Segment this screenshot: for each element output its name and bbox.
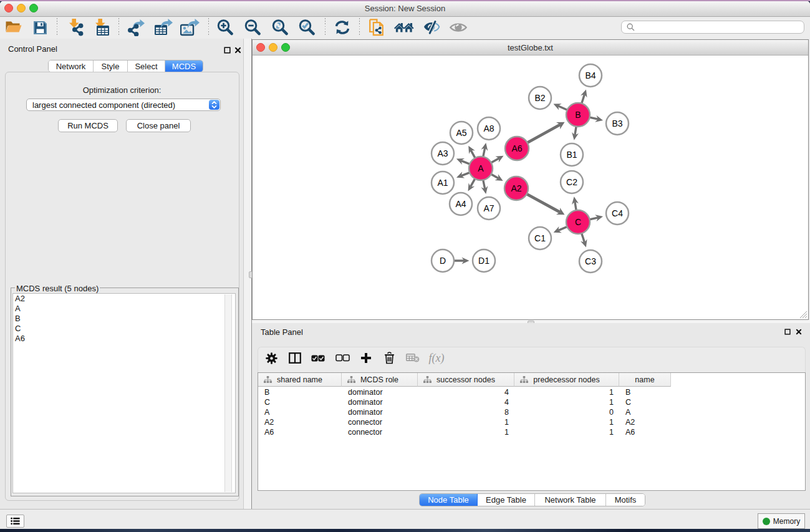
table-cell[interactable]: A <box>264 407 342 417</box>
save-session-button[interactable] <box>30 17 50 37</box>
first-neighbors-button[interactable] <box>394 17 414 37</box>
search-input[interactable] <box>621 21 804 34</box>
graph-node-C1[interactable]: C1 <box>529 227 551 249</box>
table-cell[interactable]: 1 <box>418 417 509 427</box>
table-cell[interactable]: A2 <box>625 417 671 427</box>
tab-motifs[interactable]: Motifs <box>606 494 645 506</box>
table-cell[interactable]: dominator <box>348 397 418 407</box>
gear-button[interactable] <box>262 349 281 367</box>
tab-select[interactable]: Select <box>128 60 165 72</box>
tab-style[interactable]: Style <box>94 60 128 72</box>
graph-node-B1[interactable]: B1 <box>561 143 583 166</box>
graph-node-A[interactable]: A <box>469 157 493 180</box>
table-cell[interactable]: 1 <box>514 417 614 427</box>
delete-column-button[interactable] <box>380 349 398 367</box>
graph-node-A2[interactable]: A2 <box>504 177 528 200</box>
column-header-successor-nodes[interactable]: successor nodes <box>418 373 514 387</box>
table-cell[interactable]: dominator <box>348 387 418 397</box>
table-cell[interactable]: 4 <box>418 387 509 397</box>
float-panel-icon[interactable] <box>224 47 231 54</box>
export-network-button[interactable] <box>126 17 146 37</box>
column-header-MCDS-role[interactable]: MCDS role <box>342 373 418 387</box>
column-header-predecessor-nodes[interactable]: predecessor nodes <box>514 373 619 387</box>
import-network-button[interactable] <box>65 17 85 37</box>
graph-node-A5[interactable]: A5 <box>450 122 473 144</box>
import-table-button[interactable] <box>92 17 112 37</box>
table-cell[interactable]: connector <box>348 417 418 427</box>
column-header-name[interactable]: name <box>619 373 671 387</box>
delete-table-button[interactable] <box>403 349 422 367</box>
tab-network-table[interactable]: Network Table <box>535 494 606 506</box>
table-cell[interactable]: B <box>625 387 671 397</box>
clone-network-button[interactable] <box>366 17 386 37</box>
show-panels-button[interactable] <box>6 515 24 528</box>
table-cell[interactable]: connector <box>348 427 418 437</box>
table-row-C[interactable]: Cdominator41C <box>258 397 676 407</box>
mcds-result-item[interactable]: A6 <box>13 334 235 344</box>
table-cell[interactable]: C <box>625 397 671 407</box>
graph-node-C4[interactable]: C4 <box>606 202 629 225</box>
memory-button[interactable]: Memory <box>758 513 805 529</box>
graph-node-C3[interactable]: C3 <box>579 250 602 273</box>
table-float-panel-icon[interactable] <box>784 329 791 335</box>
mcds-result-item[interactable]: B <box>13 314 235 324</box>
graph-node-A6[interactable]: A6 <box>505 137 529 160</box>
zoom-selected-button[interactable] <box>297 17 317 37</box>
mcds-result-item[interactable]: C <box>13 324 235 334</box>
graph-node-A3[interactable]: A3 <box>432 142 454 165</box>
refresh-button[interactable] <box>332 17 352 37</box>
table-cell[interactable]: 8 <box>418 407 509 417</box>
mcds-result-item[interactable]: A <box>13 304 235 314</box>
show-all-button[interactable] <box>448 17 468 37</box>
columns-button[interactable] <box>286 349 304 367</box>
hide-selected-button[interactable] <box>422 17 441 37</box>
graph-node-D[interactable]: D <box>432 249 454 272</box>
table-row-A2[interactable]: A2connector11A2 <box>258 417 676 427</box>
table-cell[interactable]: dominator <box>348 407 418 417</box>
graph-node-C[interactable]: C <box>566 210 590 234</box>
graph-node-B[interactable]: B <box>566 103 590 127</box>
graph-node-A1[interactable]: A1 <box>432 172 454 194</box>
table-cell[interactable]: 4 <box>418 397 509 407</box>
table-cell[interactable]: B <box>264 387 342 397</box>
tab-network[interactable]: Network <box>49 60 94 72</box>
table-row-B[interactable]: Bdominator41B <box>258 387 676 397</box>
export-image-button[interactable] <box>180 17 200 37</box>
tab-mcds[interactable]: MCDS <box>165 60 203 72</box>
table-cell[interactable]: A2 <box>264 417 342 427</box>
table-cell[interactable]: A <box>625 407 671 417</box>
deselect-all-button[interactable] <box>333 349 352 367</box>
table-cell[interactable]: A6 <box>625 427 671 437</box>
table-row-A[interactable]: Adominator80A <box>258 407 676 417</box>
table-close-panel-icon[interactable] <box>796 329 802 335</box>
mcds-result-list[interactable]: A2ABCA6 <box>12 293 236 493</box>
tab-node-table[interactable]: Node Table <box>420 494 478 506</box>
table-cell[interactable]: 1 <box>514 427 614 437</box>
window-resize-grip-icon[interactable] <box>799 311 808 319</box>
table-cell[interactable]: 0 <box>514 407 614 417</box>
graph-node-A7[interactable]: A7 <box>478 197 500 220</box>
open-file-button[interactable] <box>4 17 24 37</box>
close-panel-icon[interactable] <box>234 47 241 54</box>
function-builder-button[interactable]: f(x) <box>425 349 448 367</box>
mcds-result-item[interactable]: A2 <box>13 294 235 304</box>
table-row-A6[interactable]: A6connector11A6 <box>258 427 676 437</box>
graph-node-B2[interactable]: B2 <box>529 87 551 109</box>
graph-node-C2[interactable]: C2 <box>561 171 583 193</box>
table-cell[interactable]: A6 <box>264 427 342 437</box>
network-graph-canvas[interactable]: B4 B2 B B3 A5 A8 A6 B1 A3 A A1 C2 A4 A7 … <box>253 56 808 319</box>
run-mcds-button[interactable]: Run MCDS <box>58 119 118 132</box>
select-all-button[interactable] <box>309 349 327 367</box>
export-table-button[interactable] <box>153 17 173 37</box>
table-cell[interactable]: C <box>264 397 342 407</box>
graph-node-A8[interactable]: A8 <box>478 117 500 140</box>
tab-edge-table[interactable]: Edge Table <box>478 494 535 506</box>
vertical-splitter[interactable] <box>243 39 252 509</box>
mcds-list-scrollbar[interactable] <box>224 294 232 492</box>
zoom-fit-button[interactable] <box>270 17 290 37</box>
close-panel-button[interactable]: Close panel <box>126 119 191 132</box>
table-cell[interactable]: 1 <box>514 397 614 407</box>
table-cell[interactable]: 1 <box>514 387 614 397</box>
zoom-in-button[interactable] <box>215 17 235 37</box>
column-header-shared-name[interactable]: shared name <box>258 373 342 387</box>
